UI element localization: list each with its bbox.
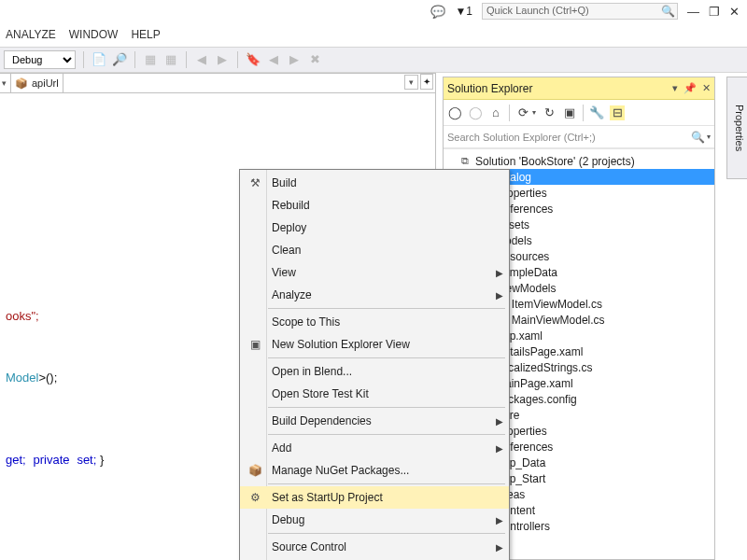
properties-tab[interactable]: Properties bbox=[726, 77, 747, 179]
next-bookmark-icon: ▶ bbox=[287, 52, 302, 67]
menu-separator bbox=[268, 434, 505, 435]
menu-separator bbox=[268, 407, 505, 408]
menu-scope[interactable]: Scope to This bbox=[240, 311, 509, 333]
menu-new-explorer-view[interactable]: ▣New Solution Explorer View bbox=[240, 333, 509, 356]
nav-left-dropdown[interactable]: ▾ bbox=[0, 74, 11, 92]
properties-icon[interactable]: 🔧 bbox=[589, 105, 604, 120]
editor-nav-bar: ▾ 📦 apiUrl ▾ ✦ bbox=[0, 73, 435, 93]
properties-tab-label: Properties bbox=[734, 105, 745, 151]
solution-search-input[interactable]: Search Solution Explorer (Ctrl+;) 🔍▾ bbox=[444, 126, 714, 148]
nav-member-dropdown[interactable]: 📦 apiUrl bbox=[11, 74, 63, 92]
menu-nuget[interactable]: 📦Manage NuGet Packages... bbox=[240, 459, 509, 482]
submenu-arrow-icon: ▶ bbox=[496, 290, 503, 301]
menu-separator bbox=[268, 483, 505, 484]
menu-build[interactable]: ⚒Build bbox=[240, 172, 509, 194]
menu-source-control[interactable]: Source Control▶ bbox=[240, 536, 509, 558]
chevron-down-icon: ▾ bbox=[707, 133, 711, 141]
refresh-icon[interactable]: ↻ bbox=[542, 105, 557, 120]
solution-icon: ⧉ bbox=[458, 155, 472, 167]
menu-rebuild[interactable]: Rebuild bbox=[240, 194, 509, 217]
chevron-down-icon[interactable]: ▾ bbox=[532, 108, 536, 117]
search-placeholder: Search Solution Explorer (Ctrl+;) bbox=[447, 132, 596, 143]
pin-icon[interactable]: 📌 bbox=[684, 82, 697, 94]
toolbar-separator bbox=[186, 51, 187, 68]
filter-count: 1 bbox=[466, 5, 472, 18]
menu-set-startup[interactable]: ⚙Set as StartUp Project bbox=[240, 486, 509, 509]
main-toolbar: Debug 📄 🔎 ▦ ▦ ◀ ▶ 🔖 ◀ ▶ ✖ bbox=[0, 47, 747, 73]
menu-store-test-kit[interactable]: Open Store Test Kit bbox=[240, 383, 509, 405]
quick-launch-input[interactable]: Quick Launch (Ctrl+Q) 🔍 bbox=[482, 3, 678, 20]
chevron-down-icon: ▾ bbox=[2, 78, 7, 88]
new-item-icon[interactable]: 📄 bbox=[92, 52, 106, 67]
explorer-view-icon: ▣ bbox=[247, 338, 262, 351]
menu-clean[interactable]: Clean bbox=[240, 239, 509, 261]
notification-filter[interactable]: ▼1 bbox=[455, 5, 472, 18]
title-bar: 💬 ▼1 Quick Launch (Ctrl+Q) 🔍 — ❐ ✕ bbox=[430, 0, 747, 22]
menu-add[interactable]: Add▶ bbox=[240, 437, 509, 459]
config-dropdown[interactable]: Debug bbox=[4, 50, 76, 69]
solution-explorer-toolbar: ◯ ◯ ⌂ ⟳▾ ↻ ▣ 🔧 ⊟ bbox=[444, 100, 714, 126]
toolbar-separator bbox=[83, 51, 84, 68]
quick-launch-placeholder: Quick Launch (Ctrl+Q) bbox=[486, 5, 589, 16]
menu-separator bbox=[268, 308, 505, 309]
close-button[interactable]: ✕ bbox=[729, 5, 740, 19]
search-icon: 🔍 bbox=[661, 5, 675, 18]
menu-help[interactable]: HELP bbox=[131, 28, 160, 41]
panel-title: Solution Explorer bbox=[447, 82, 667, 95]
menu-view[interactable]: View▶ bbox=[240, 261, 509, 284]
find-icon[interactable]: 🔎 bbox=[112, 52, 127, 67]
nav-member-label: apiUrl bbox=[32, 77, 59, 89]
build-icon: ⚒ bbox=[247, 176, 262, 189]
panel-header: Solution Explorer ▾ 📌 ✕ bbox=[444, 77, 714, 100]
sync-icon[interactable]: ⟳ bbox=[515, 105, 530, 120]
uncomment-icon: ▦ bbox=[163, 52, 178, 67]
toolbar-separator bbox=[237, 51, 238, 68]
menu-debug[interactable]: Debug▶ bbox=[240, 509, 509, 531]
restore-button[interactable]: ❐ bbox=[709, 5, 720, 19]
chevron-down-icon[interactable]: ▾ bbox=[404, 75, 418, 90]
toolbar-separator bbox=[134, 51, 135, 68]
bookmark-icon[interactable]: 🔖 bbox=[246, 52, 261, 67]
solution-label: Solution 'BookStore' (2 projects) bbox=[475, 155, 635, 168]
menu-bar: ANALYZE WINDOW HELP bbox=[0, 28, 161, 41]
comment-icon: ▦ bbox=[143, 52, 158, 67]
toolbar-separator bbox=[583, 105, 584, 121]
submenu-arrow-icon: ▶ bbox=[496, 515, 503, 525]
menu-open-blend[interactable]: Open in Blend... bbox=[240, 360, 509, 383]
feedback-icon[interactable]: 💬 bbox=[430, 5, 445, 19]
decrease-indent-icon: ◀ bbox=[194, 52, 209, 67]
menu-analyze[interactable]: Analyze▶ bbox=[240, 284, 509, 306]
submenu-arrow-icon: ▶ bbox=[496, 416, 503, 427]
prev-bookmark-icon: ◀ bbox=[266, 52, 281, 67]
close-icon[interactable]: ✕ bbox=[702, 82, 711, 94]
panel-dropdown-icon[interactable]: ▾ bbox=[672, 82, 678, 94]
menu-deploy[interactable]: Deploy bbox=[240, 217, 509, 239]
toolbar-separator bbox=[509, 105, 510, 121]
nuget-icon: 📦 bbox=[247, 464, 262, 477]
search-icon: 🔍 bbox=[691, 131, 705, 144]
submenu-arrow-icon: ▶ bbox=[496, 443, 503, 454]
split-icon[interactable]: ✦ bbox=[420, 74, 433, 90]
forward-icon: ◯ bbox=[468, 105, 483, 120]
collapse-all-icon[interactable]: ▣ bbox=[562, 105, 577, 120]
field-icon: 📦 bbox=[15, 77, 28, 90]
menu-window[interactable]: WINDOW bbox=[69, 28, 119, 41]
home-icon[interactable]: ⌂ bbox=[488, 105, 503, 120]
menu-separator bbox=[268, 533, 505, 534]
menu-build-deps[interactable]: Build Dependencies▶ bbox=[240, 410, 509, 432]
minimize-button[interactable]: — bbox=[687, 5, 699, 19]
clear-bookmarks-icon: ✖ bbox=[307, 52, 322, 67]
menu-analyze[interactable]: ANALYZE bbox=[6, 28, 56, 41]
menu-separator bbox=[268, 357, 505, 358]
submenu-arrow-icon: ▶ bbox=[496, 542, 503, 553]
solution-node[interactable]: ⧉Solution 'BookStore' (2 projects) bbox=[444, 153, 714, 169]
increase-indent-icon: ▶ bbox=[215, 52, 230, 67]
preview-icon[interactable]: ⊟ bbox=[610, 105, 625, 120]
project-context-menu: ⚒Build Rebuild Deploy Clean View▶ Analyz… bbox=[239, 169, 510, 560]
submenu-arrow-icon: ▶ bbox=[496, 268, 503, 278]
gear-icon: ⚙ bbox=[247, 491, 262, 504]
back-icon[interactable]: ◯ bbox=[447, 105, 462, 120]
